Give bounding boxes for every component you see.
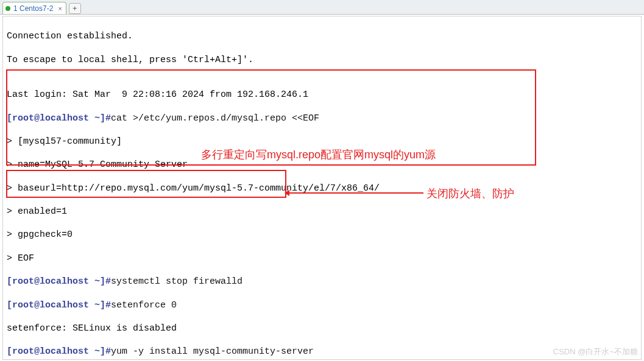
close-icon[interactable]: × <box>58 5 62 12</box>
output-line: Connection established. <box>7 30 637 42</box>
terminal-tab[interactable]: 1 Centos7-2 × <box>2 2 66 14</box>
command: cat >/etc/yum.repos.d/mysql.repo <<EOF <box>111 113 319 124</box>
input-line: > enabled=1 <box>7 206 637 217</box>
new-tab-button[interactable]: + <box>69 3 81 14</box>
command-line: [root@localhost ~]#systemctl stop firewa… <box>7 276 637 287</box>
output-line: setenforce: SELinux is disabled <box>7 323 637 334</box>
command: systemctl stop firewalld <box>111 276 242 287</box>
prompt: [root@localhost ~]# <box>7 276 111 287</box>
tab-bar: 1 Centos7-2 × + <box>0 0 644 15</box>
command: setenforce 0 <box>111 300 177 310</box>
input-line: > name=MySQL 5.7 Community Server <box>7 159 637 170</box>
output-line: To escape to local shell, press 'Ctrl+Al… <box>7 54 637 66</box>
prompt: [root@localhost ~]# <box>7 346 111 357</box>
command-line: [root@localhost ~]#setenforce 0 <box>7 300 637 311</box>
output-line: Last login: Sat Mar 9 22:08:16 2024 from… <box>7 89 637 100</box>
input-line: > EOF <box>7 253 637 264</box>
command-line: [root@localhost ~]#cat >/etc/yum.repos.d… <box>7 113 637 124</box>
status-dot-icon <box>5 6 10 11</box>
tab-label: 1 Centos7-2 <box>13 4 53 13</box>
command: yum -y install mysql-community-server <box>111 346 314 357</box>
input-line: > baseurl=http://repo.mysql.com/yum/mysq… <box>7 183 637 194</box>
command-line: [root@localhost ~]#yum -y install mysql-… <box>7 346 637 357</box>
input-line: > [mysql57-community] <box>7 136 637 147</box>
terminal-content[interactable]: Connection established. To escape to loc… <box>2 16 642 360</box>
input-line: > gpgcheck=0 <box>7 229 637 240</box>
prompt: [root@localhost ~]# <box>7 113 111 124</box>
prompt: [root@localhost ~]# <box>7 300 111 310</box>
